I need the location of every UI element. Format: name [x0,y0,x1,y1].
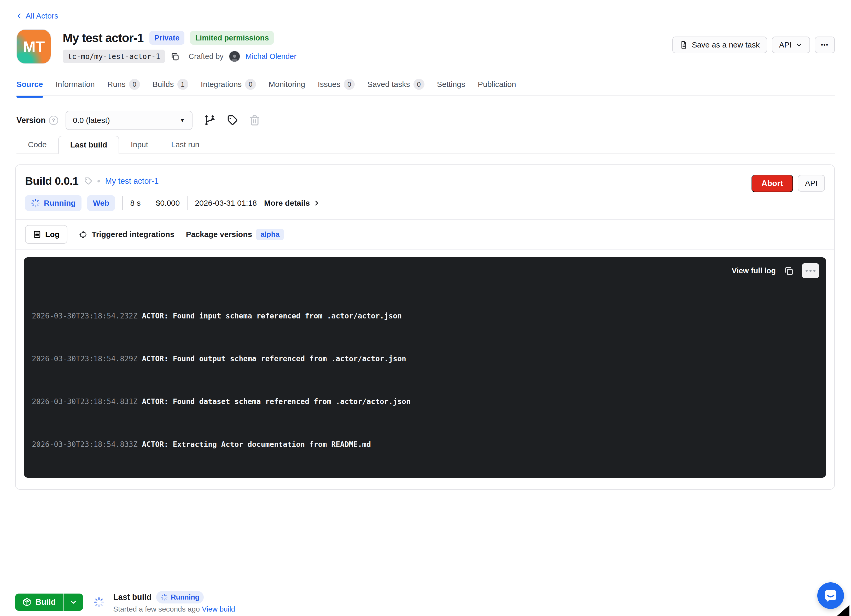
package-icon [23,598,32,607]
spinner-icon [31,198,40,208]
footer-spinner-icon [93,597,104,608]
subtab-input[interactable]: Input [119,136,159,153]
save-as-new-task-button[interactable]: Save as a new task [672,36,767,53]
log-line: 2026-03-30T23:18:54.833Z ACTOR: Extracti… [32,439,818,450]
tab-issues[interactable]: Issues 0 [317,79,355,97]
tab-integrations[interactable]: Integrations 0 [201,79,256,97]
subtab-code[interactable]: Code [17,136,58,153]
tab-publication[interactable]: Publication [478,79,516,97]
delete-version-button[interactable] [249,115,260,126]
version-select[interactable]: 0.0 (latest) ▼ [66,111,192,130]
tabs-divider [17,95,835,96]
log-line: 2026-03-30T23:18:54.831Z ACTOR: Found da… [32,396,818,407]
build-origin-badge[interactable]: Web [87,195,115,211]
version-history-button[interactable] [203,114,215,126]
tab-builds[interactable]: Builds 1 [153,79,188,97]
caret-down-icon: ▼ [179,117,185,124]
document-icon [680,41,688,49]
api-dropdown-button[interactable]: API [772,36,810,53]
subtab-last-run[interactable]: Last run [159,136,211,153]
apify-console-page: All Actors MT My test actor-1 Private Li… [0,0,851,616]
log-lines: 2026-03-30T23:18:54.232Z ACTOR: Found in… [32,268,818,478]
abort-button[interactable]: Abort [752,175,793,192]
puzzle-icon [79,230,88,239]
copy-icon [783,265,794,276]
log-line: 2026-03-30T23:18:54.829Z ACTOR: Found ou… [32,354,818,364]
actor-header: MT My test actor-1 Private Limited permi… [17,29,835,64]
permissions-badge: Limited permissions [190,31,274,45]
git-branch-icon [203,114,215,126]
build-title: Build 0.0.1 [25,175,79,187]
footer-status-badge: Running [156,591,204,604]
view-full-log-button[interactable]: View full log [732,267,776,275]
ellipsis-icon: ••• [821,42,828,48]
tag-version-button[interactable] [227,115,238,126]
log-more-button[interactable] [802,263,819,278]
triggered-integrations-tab[interactable]: Triggered integrations [79,230,174,239]
source-subtabs: Code Last build Input Last run [17,136,835,154]
build-duration: 8 s [130,199,141,207]
tab-saved-tasks[interactable]: Saved tasks 0 [367,79,424,97]
more-details-button[interactable]: More details [264,199,320,207]
actor-avatar: MT [17,29,51,64]
footer-started-text: Started a few seconds ago [113,605,200,613]
log-line: 2026-03-30T23:18:54.232Z ACTOR: Found in… [32,310,818,321]
tab-information[interactable]: Information [56,79,95,97]
build-card: Build 0.0.1 My test actor-1 Running Web … [15,165,835,490]
build-cost: $0.000 [156,199,180,207]
tab-source[interactable]: Source [17,79,43,97]
chevron-down-icon [795,41,803,48]
tab-settings[interactable]: Settings [437,79,465,97]
tag-icon [84,177,92,185]
build-api-button[interactable]: API [798,175,825,192]
crafted-by-label: Crafted by [189,52,224,61]
build-options-caret[interactable] [64,594,83,611]
build-split-button[interactable]: Build [15,594,83,611]
tab-runs[interactable]: Runs 0 [107,79,140,97]
dot-separator [98,180,100,183]
chat-bubble-icon [823,588,838,603]
build-start-time: 2026-03-31 01:18 [195,199,257,207]
spinner-icon [161,594,168,601]
breadcrumb-label: All Actors [26,12,58,20]
chevron-down-icon [69,598,78,606]
breadcrumb-all-actors[interactable]: All Actors [16,12,58,20]
log-tab-button[interactable]: Log [25,225,68,244]
back-chevron-icon [16,12,23,19]
package-versions-label: Package versions [186,230,252,239]
tag-icon [227,115,238,126]
actor-tabs: Source Information Runs 0 Builds 1 Integ… [17,79,835,97]
visibility-badge: Private [149,31,185,45]
last-build-label: Last build [113,592,152,602]
chevron-right-icon [313,199,320,207]
author-link[interactable]: Michał Olender [245,52,296,61]
build-log-console: View full log 2026-03-30T23:18:54.232Z A… [24,257,826,478]
copy-icon [170,52,180,61]
trash-icon [249,115,260,126]
more-actions-button[interactable]: ••• [815,36,835,53]
build-status-badge: Running [25,195,81,211]
actor-id-chip: tc-mo/my-test-actor-1 [63,49,165,63]
subtab-last-build[interactable]: Last build [58,136,119,154]
person-icon [230,54,239,61]
log-list-icon [33,230,41,238]
version-row: Version ? 0.0 (latest) ▼ [17,111,260,130]
copy-log-button[interactable] [783,265,794,276]
author-avatar [229,51,240,62]
footer-bar: Build Last build Running Started a few s… [0,588,851,616]
version-label: Version [17,115,46,125]
tab-monitoring[interactable]: Monitoring [269,79,305,97]
build-actor-link[interactable]: My test actor-1 [105,177,159,186]
copy-actor-id-button[interactable] [170,52,180,61]
package-versions-value[interactable]: alpha [256,229,284,240]
mouse-cursor [837,605,849,616]
ellipsis-icon [806,270,807,272]
help-icon[interactable]: ? [49,115,58,125]
page-title: My test actor-1 [63,31,144,45]
view-build-link[interactable]: View build [202,605,235,613]
